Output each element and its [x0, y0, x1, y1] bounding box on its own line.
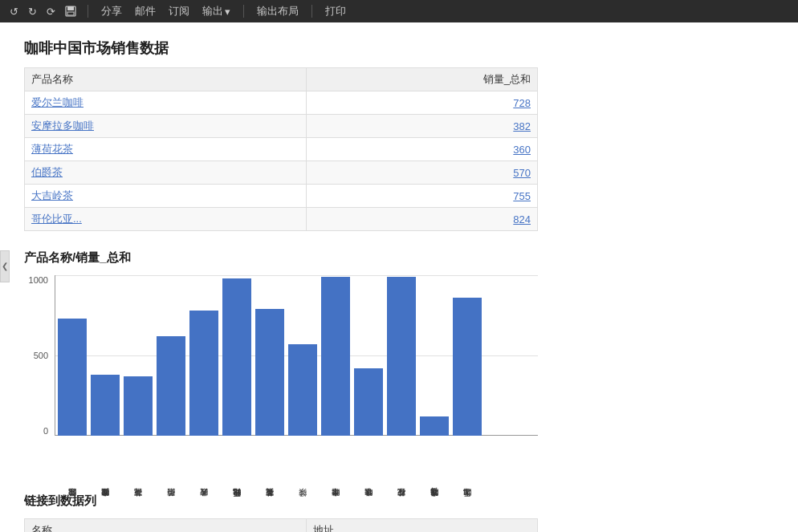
chart-bar-label: 伯爵茶 [157, 439, 185, 503]
table-row: 哥伦比亚...824 [25, 208, 538, 231]
toolbar: ↺ ↻ ⟳ 分享 邮件 订阅 输出 ▾ 输出布局 打印 [0, 0, 798, 22]
chart-section-title: 产品名称/销量_总和 [24, 250, 774, 266]
links-col2-header: 地址 [307, 519, 538, 533]
print-button[interactable]: 打印 [320, 2, 351, 20]
output-dropdown[interactable]: 输出 ▾ [197, 2, 235, 20]
y-axis [55, 275, 55, 436]
divider3 [311, 5, 312, 18]
chart-bar-label: 爱尔兰咖啡 [58, 439, 87, 503]
links-col1-header: 名称 [25, 519, 307, 533]
chart-bar-label: 安摩拉多咖啡 [91, 439, 120, 503]
chart-bar-label: 绿茶 [288, 439, 317, 503]
chart-bar-label: 柠檬花茶 [387, 439, 416, 503]
main-content: 咖啡中国市场销售数据 产品名称 销量_总和 爱尔兰咖啡728安摩拉多咖啡382薄… [0, 22, 798, 532]
table-row: 伯爵茶570 [25, 161, 538, 185]
svg-rect-2 [67, 12, 74, 15]
chart-bar [387, 277, 416, 436]
col2-header: 销量_总和 [307, 68, 538, 91]
links-table: 名称 地址 [24, 518, 538, 532]
layout-button[interactable]: 输出布局 [252, 2, 303, 20]
chart-bar-label: 大吉岭茶 [189, 439, 218, 503]
chart-bar-label: 薄荷花茶 [124, 439, 153, 503]
chart-bar [354, 368, 383, 436]
refresh-button[interactable]: ⟳ [43, 4, 59, 19]
table-row: 薄荷花茶360 [25, 138, 538, 161]
chart-bar [189, 311, 218, 436]
chart-container: 1000 500 0 爱尔兰咖啡安摩拉多咖啡薄荷花茶伯爵茶大吉岭茶哥伦比亚咖啡黄… [24, 275, 538, 468]
chart-bar [157, 336, 185, 436]
chart-bar [255, 309, 284, 436]
chart-bar [58, 319, 87, 436]
share-button[interactable]: 分享 [96, 2, 127, 20]
chart-bar-label: 哥伦比亚咖啡 [222, 439, 251, 503]
chart-bar [91, 375, 120, 436]
undo-button[interactable]: ↺ [6, 4, 22, 19]
divider1 [88, 5, 88, 18]
chart-bar [453, 298, 482, 436]
table-row: 爱尔兰咖啡728 [25, 91, 538, 115]
divider2 [243, 5, 244, 18]
chart-bar [222, 278, 251, 436]
chart-bar [321, 277, 350, 436]
chart-bar-label: 黄番菊花茶 [255, 439, 284, 503]
table-row: 安摩拉多咖啡382 [25, 115, 538, 138]
col1-header: 产品名称 [25, 68, 307, 91]
report-title: 咖啡中国市场销售数据 [24, 39, 774, 58]
save-button[interactable] [62, 4, 79, 18]
side-collapse-button[interactable]: ❮ [0, 250, 10, 282]
subscribe-button[interactable]: 订阅 [164, 2, 194, 20]
chart-bar [288, 344, 317, 436]
y-label-500: 500 [24, 351, 48, 360]
chart-bar [420, 416, 449, 436]
redo-button[interactable]: ↻ [25, 4, 40, 19]
y-label-1000: 1000 [24, 275, 48, 285]
chart-bar-label: 摩卡咖啡 [321, 439, 350, 503]
svg-rect-1 [67, 6, 74, 10]
mail-button[interactable]: 邮件 [130, 2, 161, 20]
chart-bar [124, 376, 153, 436]
chart-bar-label: 拿铁咖啡 [354, 439, 383, 503]
y-label-0: 0 [24, 426, 48, 436]
chart-bar-label: 无加咖啡 [453, 439, 482, 503]
table-row: 大吉岭茶755 [25, 185, 538, 208]
data-table: 产品名称 销量_总和 爱尔兰咖啡728安摩拉多咖啡382薄荷花茶360伯爵茶57… [24, 67, 538, 231]
chart-bar-label: 普通农场咖啡 [420, 439, 449, 503]
